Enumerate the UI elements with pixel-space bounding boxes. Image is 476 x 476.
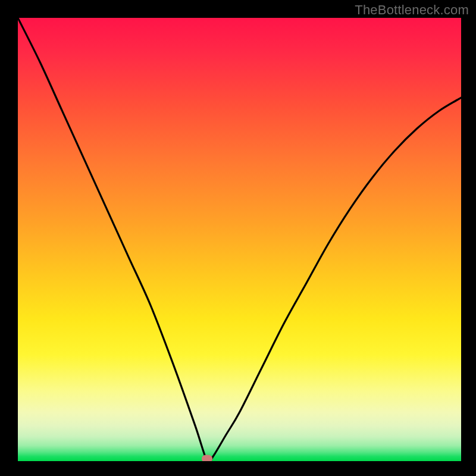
chart-frame: TheBottleneck.com xyxy=(0,0,476,476)
bottleneck-curve-path xyxy=(18,18,461,461)
minimum-marker xyxy=(202,455,212,461)
plot-area xyxy=(18,18,461,461)
watermark-text: TheBottleneck.com xyxy=(355,2,469,18)
curve-svg xyxy=(18,18,461,461)
